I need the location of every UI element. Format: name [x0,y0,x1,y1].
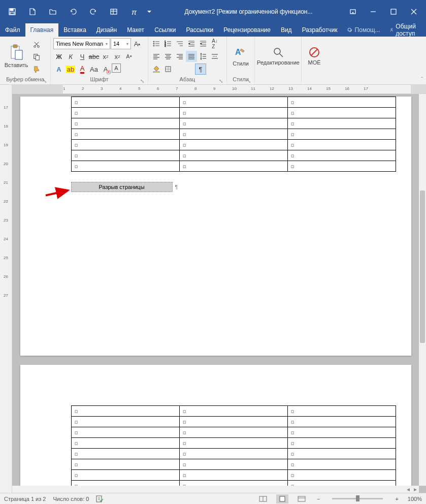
table-cell[interactable] [287,438,396,449]
table-cell[interactable] [71,150,179,161]
table-cell[interactable] [71,459,179,470]
bullets-button[interactable] [151,38,162,49]
table-cell[interactable] [179,150,287,161]
horizontal-ruler[interactable]: 1234567891011121314151617 [12,85,426,94]
table-cell[interactable] [71,449,179,459]
table-row[interactable] [71,161,396,172]
scrollbar-thumb[interactable] [420,191,425,343]
align-center-button[interactable] [162,51,174,62]
zoom-in-button[interactable]: + [393,496,400,502]
zoom-slider[interactable] [332,498,383,499]
maximize-button[interactable] [383,0,404,23]
horizontal-scrollbar[interactable]: ◂ ▸ [12,486,419,493]
table-row[interactable] [71,449,396,459]
table-cell[interactable] [287,427,396,438]
shrink-font-button[interactable]: A▾ [123,51,135,62]
web-layout-button[interactable] [296,494,308,503]
qat-customize[interactable] [144,0,154,23]
font-launcher[interactable]: ⤡ [139,77,145,83]
table-cell[interactable] [179,406,287,417]
table-cell[interactable] [71,481,179,486]
table-cell[interactable] [179,470,287,481]
styles-launcher[interactable]: ⤡ [246,77,252,83]
table-cell[interactable] [179,108,287,118]
undo-button[interactable] [63,0,83,23]
zoom-level[interactable]: 100% [408,496,422,502]
distribute-button[interactable] [209,51,220,62]
table-cell[interactable] [179,481,287,486]
grow-font-button[interactable]: A▴ [132,38,143,49]
table-cell[interactable] [71,406,179,417]
new-button[interactable] [22,0,43,23]
copy-button[interactable] [31,51,42,62]
collapse-ribbon-button[interactable]: ˆ [421,76,423,82]
table-page1[interactable] [71,97,396,172]
close-button[interactable] [404,0,424,23]
word-count[interactable]: Число слов: 0 [53,496,89,502]
tab-references[interactable]: Ссылки [149,23,181,37]
shading-button[interactable] [151,64,162,75]
table-row[interactable] [71,470,396,481]
strikethrough-button[interactable]: abc [88,51,100,62]
justify-button[interactable] [186,51,197,62]
table-row[interactable] [71,481,396,486]
table-cell[interactable] [287,470,396,481]
increase-indent-button[interactable] [198,38,209,49]
table-cell[interactable] [179,118,287,129]
styles-button[interactable]: A Стили [230,38,252,74]
table-cell[interactable] [71,140,179,150]
table-cell[interactable] [71,470,179,481]
clipboard-launcher[interactable]: ⤡ [42,77,48,83]
tab-file[interactable]: Файл [0,23,25,37]
moe-button[interactable]: МОЁ [304,38,324,74]
tab-mailings[interactable]: Рассылки [181,23,218,37]
numbering-button[interactable]: 123 [162,38,174,49]
align-left-button[interactable] [151,51,162,62]
table-cell[interactable] [287,417,396,427]
paragraph-launcher[interactable]: ⤡ [218,77,224,83]
font-name-combo[interactable]: Times New Roman▾ [53,38,110,49]
open-button[interactable] [43,0,63,23]
table-cell[interactable] [287,150,396,161]
paste-button[interactable]: Вставить [3,38,30,74]
vertical-scrollbar[interactable] [419,94,426,486]
table-cell[interactable] [287,97,396,108]
page-1[interactable]: Разрыв страницы ¶ [20,97,411,356]
text-effects-button[interactable]: A [53,64,64,75]
table-cell[interactable] [71,417,179,427]
table-cell[interactable] [71,427,179,438]
table-row[interactable] [71,118,396,129]
page-2[interactable] [20,365,411,486]
highlight-button[interactable]: ab [65,64,76,75]
italic-button[interactable]: К [65,51,76,62]
minimize-button[interactable] [363,0,383,23]
font-color-button[interactable]: A [77,64,88,75]
table-row[interactable] [71,417,396,427]
table-cell[interactable] [179,97,287,108]
table-cell[interactable] [71,129,179,140]
tab-layout[interactable]: Макет [122,23,149,37]
underline-button[interactable]: Ч [77,51,88,62]
table-cell[interactable] [287,108,396,118]
zoom-thumb[interactable] [356,495,359,501]
tab-insert[interactable]: Вставка [58,23,91,37]
show-marks-button[interactable]: ¶ [195,64,206,75]
table-row[interactable] [71,427,396,438]
table-row[interactable] [71,438,396,449]
tab-view[interactable]: Вид [276,23,297,37]
table-cell[interactable] [287,406,396,417]
table-cell[interactable] [287,459,396,470]
table-cell[interactable] [287,449,396,459]
ribbon-display-options[interactable] [343,0,363,23]
spelling-icon[interactable] [96,495,104,502]
document-scroll[interactable]: Разрыв страницы ¶ [12,94,419,486]
align-right-button[interactable] [174,51,185,62]
zoom-out-button[interactable]: − [315,496,322,502]
editing-button[interactable]: Редактирование [257,38,299,74]
cut-button[interactable] [31,39,42,50]
line-spacing-button[interactable] [198,51,209,62]
table-cell[interactable] [179,161,287,172]
table-cell[interactable] [179,438,287,449]
read-mode-button[interactable] [257,494,269,503]
change-case-button[interactable]: Aa [88,64,100,75]
